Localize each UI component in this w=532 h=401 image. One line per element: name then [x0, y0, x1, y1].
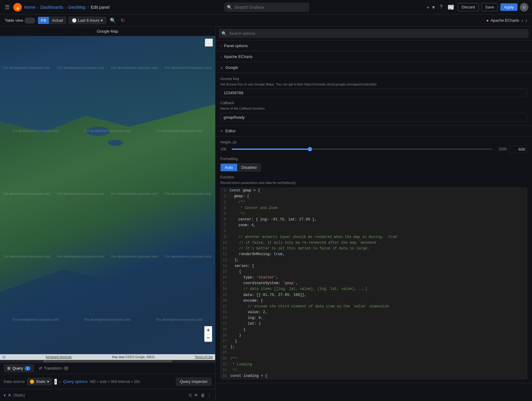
code-line: 9 // whether echarts layer should be ren… [221, 234, 527, 240]
datasource-icon [30, 380, 34, 384]
google-section-header[interactable]: ∨ Google [215, 62, 532, 73]
info-button[interactable]: ℹ [54, 379, 57, 385]
auto-format-button[interactable]: Auto [221, 164, 237, 171]
code-line: 5 */ [221, 211, 527, 217]
code-line: 6 center: { lng: -81.76, lat: 27.99 }, [221, 217, 527, 223]
height-value-input[interactable] [509, 146, 527, 153]
panel-options-section[interactable]: › Panel options [215, 40, 532, 51]
chevron-down-icon-editor: ∨ [220, 129, 223, 133]
discard-button[interactable]: Discard [458, 3, 479, 11]
apache-echarts-label: Apache ECharts [224, 54, 253, 59]
code-line: 15 { [221, 269, 527, 275]
map-scrollbar-thumb[interactable] [43, 360, 172, 362]
hamburger-menu-button[interactable]: ☰ [4, 3, 11, 12]
apache-echarts-section[interactable]: › Apache ECharts [215, 51, 532, 62]
fullscreen-button[interactable]: ⛶ [205, 39, 213, 47]
map-container[interactable]: For development purposes only For develo… [0, 36, 215, 360]
table-view-toggle[interactable] [24, 18, 35, 24]
arrow-icon: › [59, 379, 61, 384]
keyboard-shortcuts-link[interactable]: Keyboard shortcuts [46, 355, 72, 359]
transform-tab[interactable]: ⇄ Transform 0 [35, 364, 73, 372]
code-line: 1const gmap = { [221, 188, 527, 194]
code-line: 18 // data items [[lng, lat, value], [ln… [221, 286, 527, 292]
code-editor[interactable]: 1const gmap = {2 gmap: {3 /**4 * Center … [220, 188, 527, 379]
code-line: 24 lat: 1 [221, 321, 527, 327]
notifications-button[interactable]: 📰 [446, 3, 455, 12]
slider-max-label: 2000 [495, 147, 507, 151]
google-section-body: Access Key Set Access Key to use Google … [215, 73, 532, 126]
panel-nav-next[interactable]: › [526, 18, 527, 23]
editor-section-header[interactable]: ∨ Editor [215, 126, 532, 136]
data-source-label: Data source [4, 379, 25, 384]
svg-text:🔥: 🔥 [15, 5, 21, 10]
breadcrumb-geomap[interactable]: Geo/Map [68, 5, 86, 10]
datasource-name: Static [36, 379, 46, 384]
function-desc: Should return parameters and data for se… [220, 181, 527, 185]
zoom-in-button[interactable]: + [204, 326, 212, 334]
code-line: 26 } [221, 333, 527, 338]
query-options-link[interactable]: Query options [63, 379, 88, 384]
breadcrumb-dashboards[interactable]: Dashboards [40, 5, 63, 10]
breadcrumb-home[interactable]: Home [24, 5, 35, 10]
zoom-out-button[interactable]: − [204, 334, 212, 342]
slider-thumb[interactable] [308, 147, 312, 151]
query-tab[interactable]: ⊞ Query 1 [4, 364, 34, 372]
help-button[interactable]: ? [438, 3, 444, 11]
breadcrumb-current: Edit panel [91, 5, 109, 10]
transform-tab-icon: ⇄ [39, 366, 42, 371]
editor-section-label: Editor [225, 129, 236, 133]
code-line: 32 */ [221, 367, 527, 373]
eye-icon[interactable]: 👁 [194, 393, 198, 398]
terms-link[interactable]: Terms of Use [195, 355, 213, 359]
code-line: 8 [221, 228, 527, 234]
expand-icon[interactable]: ▾ [4, 393, 6, 398]
clock-icon: 🕐 [72, 18, 77, 23]
code-line: 33const loading = { [221, 373, 527, 379]
save-button[interactable]: Save [481, 3, 498, 11]
code-line: 2 gmap: { [221, 194, 527, 199]
code-line: 30/** [221, 356, 527, 362]
access-key-input[interactable] [220, 88, 527, 97]
add-button[interactable]: ＋ ▾ [424, 2, 436, 12]
callback-label: Callback [220, 101, 527, 105]
panel-type-selector[interactable]: ● Apache ECharts [486, 18, 519, 23]
code-line: 19 data: [[-81.76, 27.99, 100]], [221, 292, 527, 298]
actual-button[interactable]: Actual [49, 17, 66, 24]
panel-type-icon: ● [486, 18, 489, 23]
map-scrollbar[interactable] [0, 360, 215, 362]
panel-nav-prev[interactable]: ‹ [521, 18, 523, 23]
chevron-down-icon-google: ∨ [220, 66, 223, 70]
slider-fill [232, 149, 310, 150]
copy-icon[interactable]: ⎘ [189, 393, 192, 398]
avatar[interactable]: U [520, 3, 528, 11]
callback-input[interactable] [220, 113, 527, 122]
code-line: 3 /** [221, 200, 527, 205]
search-options-input[interactable] [219, 29, 528, 38]
fill-button[interactable]: Fill [38, 17, 49, 24]
delete-icon[interactable]: 🗑 [201, 393, 205, 398]
fill-actual-toggle: Fill Actual [38, 17, 66, 24]
svg-text:U: U [523, 5, 526, 9]
search-input[interactable] [225, 3, 309, 12]
apply-button[interactable]: Apply [500, 3, 518, 11]
code-line: 23 lng: 0, [221, 315, 527, 321]
chevron-right-icon-2: › [220, 55, 221, 59]
formatting-label: Formatting [220, 157, 527, 161]
height-slider-row: 100 2000 [220, 146, 527, 153]
table-view-toggle-group: Table view [5, 18, 35, 24]
more-icon[interactable]: ⋮ [207, 393, 212, 398]
data-source-select[interactable]: Static ▾ [27, 378, 52, 385]
toolbar: Table view Fill Actual 🕐 Last 6 hours ▾ … [0, 14, 532, 27]
height-slider[interactable] [232, 149, 492, 150]
query-inspector-button[interactable]: Query inspector [176, 377, 212, 386]
panel-title: Google Map [0, 27, 215, 36]
chevron-down-icon: ▾ [47, 379, 49, 384]
panel-type-label: Apache ECharts [491, 18, 519, 23]
query-tab-icon: ⊞ [7, 366, 11, 371]
disabled-format-button[interactable]: Disabled [237, 164, 261, 171]
zoom-out-button[interactable]: 🔍 [109, 16, 117, 24]
code-line: 17 coordinateSystem: 'gmap', [221, 281, 527, 286]
refresh-button[interactable]: ↻ [119, 16, 126, 24]
table-view-label: Table view [5, 18, 23, 23]
time-range-picker[interactable]: 🕐 Last 6 hours ▾ [68, 17, 106, 24]
